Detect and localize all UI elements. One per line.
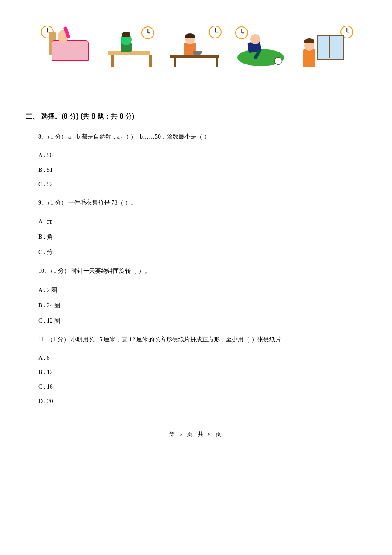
option-a[interactable]: A . 8: [38, 355, 366, 361]
answer-blank[interactable]: [242, 94, 280, 95]
option-a[interactable]: A . 50: [38, 152, 366, 159]
question-text: 9. （1 分） 一件毛衣售价是 78（ ）。: [38, 199, 137, 206]
scene-study-icon: [106, 26, 157, 68]
clock-icon: [141, 26, 154, 39]
clock-icon: [235, 26, 248, 39]
question-text: 10. （1 分） 时针一天要绕钟面旋转（ ）。: [38, 268, 150, 274]
answer-blanks-row: [34, 94, 358, 95]
scene-soccer-icon: [235, 26, 286, 68]
question-10-options: A . 2 圈 B . 24 圈 C . 12 圈: [38, 286, 366, 325]
option-d[interactable]: D . 20: [38, 398, 366, 405]
page-footer: 第 2 页 共 9 页: [26, 431, 366, 438]
image-box-5: [298, 26, 353, 68]
question-8-options: A . 50 B . 51 C . 52: [38, 152, 366, 188]
question-9: 9. （1 分） 一件毛衣售价是 78（ ）。: [38, 197, 366, 209]
scene-window-icon: [300, 26, 351, 68]
section-title: 二、 选择。(8 分) (共 8 题；共 8 分): [26, 112, 366, 121]
scene-wakeup-icon: [41, 26, 92, 68]
exam-page: 二、 选择。(8 分) (共 8 题；共 8 分) 8. （1 分） a、b 都…: [0, 0, 392, 447]
option-c[interactable]: C . 16: [38, 384, 366, 390]
question-text: 8. （1 分） a、b 都是自然数，a÷（ ）=b……50，除数最小是（ ）: [38, 133, 210, 140]
image-box-2: [104, 26, 159, 68]
answer-blank[interactable]: [177, 94, 215, 95]
option-b[interactable]: B . 12: [38, 369, 366, 376]
option-c[interactable]: C . 12 圈: [38, 317, 366, 325]
question-9-options: A . 元 B . 角 C . 分: [38, 218, 366, 256]
option-b[interactable]: B . 24 圈: [38, 302, 366, 309]
answer-blank[interactable]: [47, 94, 86, 95]
option-b[interactable]: B . 51: [38, 167, 366, 173]
option-c[interactable]: C . 分: [38, 249, 366, 256]
image-box-3: [168, 26, 224, 68]
option-c[interactable]: C . 52: [38, 181, 366, 188]
image-box-1: [39, 26, 94, 68]
question-text: 11. （1 分） 小明用长 15 厘米，宽 12 厘米的长方形硬纸片拼成正方形…: [38, 336, 287, 343]
option-a[interactable]: A . 元: [38, 218, 366, 225]
question-8: 8. （1 分） a、b 都是自然数，a÷（ ）=b……50，除数最小是（ ）: [38, 131, 366, 143]
activity-images-row: [34, 26, 358, 77]
question-11: 11. （1 分） 小明用长 15 厘米，宽 12 厘米的长方形硬纸片拼成正方形…: [38, 334, 366, 346]
answer-blank[interactable]: [306, 94, 345, 95]
clock-icon: [209, 26, 222, 38]
option-a[interactable]: A . 2 圈: [38, 286, 366, 294]
question-11-options: A . 8 B . 12 C . 16 D . 20: [38, 355, 366, 405]
scene-eating-icon: [170, 26, 222, 68]
answer-blank[interactable]: [112, 94, 150, 95]
image-box-4: [233, 26, 288, 68]
soccer-ball-icon: [274, 57, 282, 65]
option-b[interactable]: B . 角: [38, 233, 366, 241]
question-10: 10. （1 分） 时针一天要绕钟面旋转（ ）。: [38, 266, 366, 277]
